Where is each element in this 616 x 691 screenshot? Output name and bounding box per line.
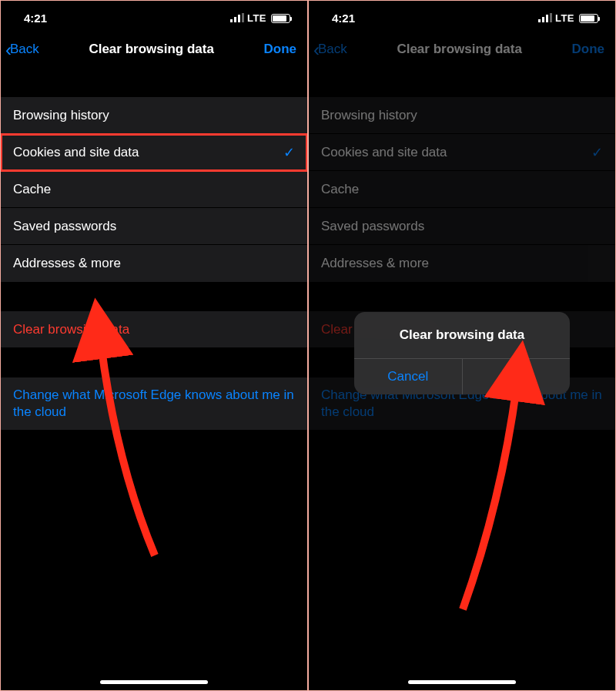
status-bar: 4:21 LTE [309, 1, 615, 31]
option-label: Saved passwords [13, 219, 116, 234]
status-time: 4:21 [24, 12, 47, 25]
cloud-link-label: Change what Microsoft Edge knows about m… [13, 387, 295, 421]
option-label: Addresses & more [13, 256, 121, 271]
option-browsing-history[interactable]: Browsing history [1, 97, 307, 134]
back-button[interactable]: ‹ Back [5, 42, 39, 57]
options-list: Browsing history Cookies and site data ✓… [309, 97, 615, 282]
home-indicator[interactable] [100, 680, 208, 684]
battery-icon [579, 14, 598, 23]
dialog-cancel-button[interactable]: Cancel [354, 359, 463, 394]
checkmark-icon: ✓ [591, 144, 603, 161]
screenshot-left: 4:21 LTE ‹ Back Clear browsing data Done… [1, 1, 307, 690]
dialog-title: Clear browsing data [354, 312, 570, 359]
option-label: Browsing history [13, 108, 109, 123]
back-button[interactable]: ‹ Back [313, 42, 347, 57]
clear-label: Clear browsing data [13, 322, 129, 337]
svg-rect-5 [538, 19, 541, 22]
back-label: Back [318, 42, 347, 57]
nav-bar: ‹ Back Clear browsing data Done [309, 31, 615, 69]
svg-rect-3 [242, 13, 244, 22]
option-label: Addresses & more [321, 256, 429, 271]
network-label: LTE [247, 12, 266, 24]
svg-rect-7 [546, 15, 548, 22]
option-cache[interactable]: Cache [1, 171, 307, 208]
clear-browsing-data-button[interactable]: Clear browsing data [1, 311, 307, 348]
option-label: Saved passwords [321, 219, 424, 234]
done-button[interactable]: Done [572, 42, 605, 57]
dialog-clear-button[interactable]: Clear [463, 359, 571, 394]
svg-rect-1 [234, 17, 236, 22]
signal-icon [538, 12, 552, 25]
battery-icon [271, 14, 290, 23]
checkmark-icon: ✓ [283, 144, 295, 161]
back-label: Back [10, 42, 39, 57]
option-label: Cookies and site data [13, 145, 139, 160]
options-list: Browsing history Cookies and site data ✓… [1, 97, 307, 282]
done-button[interactable]: Done [264, 42, 297, 57]
status-time: 4:21 [332, 12, 355, 25]
option-saved-passwords[interactable]: Saved passwords [1, 208, 307, 245]
option-addresses[interactable]: Addresses & more [1, 245, 307, 282]
home-indicator[interactable] [408, 680, 516, 684]
screenshot-right: 4:21 LTE ‹ Back Clear browsing data Done… [309, 1, 615, 690]
signal-icon [230, 12, 244, 25]
status-right: LTE [230, 12, 290, 25]
network-label: LTE [555, 12, 574, 24]
page-title: Clear browsing data [397, 42, 521, 57]
option-cache[interactable]: Cache [309, 171, 615, 208]
status-bar: 4:21 LTE [1, 1, 307, 31]
option-label: Browsing history [321, 108, 417, 123]
svg-rect-2 [238, 15, 240, 22]
option-browsing-history[interactable]: Browsing history [309, 97, 615, 134]
cloud-link[interactable]: Change what Microsoft Edge knows about m… [1, 377, 307, 431]
confirm-dialog: Clear browsing data Cancel Clear [354, 312, 570, 394]
option-label: Cookies and site data [321, 145, 447, 160]
page-title: Clear browsing data [89, 42, 213, 57]
svg-rect-6 [542, 17, 544, 22]
option-cookies[interactable]: Cookies and site data ✓ [309, 134, 615, 171]
option-saved-passwords[interactable]: Saved passwords [309, 208, 615, 245]
option-cookies[interactable]: Cookies and site data ✓ [1, 134, 307, 171]
svg-rect-0 [230, 19, 233, 22]
option-label: Cache [321, 182, 359, 197]
nav-bar: ‹ Back Clear browsing data Done [1, 31, 307, 69]
svg-rect-8 [550, 13, 552, 22]
option-label: Cache [13, 182, 51, 197]
dialog-buttons: Cancel Clear [354, 359, 570, 394]
option-addresses[interactable]: Addresses & more [309, 245, 615, 282]
status-right: LTE [538, 12, 598, 25]
